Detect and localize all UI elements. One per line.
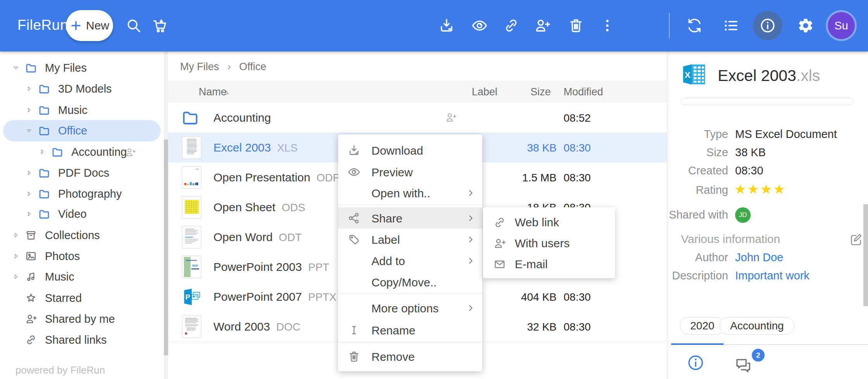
tag-accounting[interactable]: Accounting bbox=[720, 317, 794, 335]
star-icon[interactable]: ★ bbox=[747, 182, 760, 196]
caret-right-icon[interactable] bbox=[25, 106, 33, 114]
field-label-shared-with: Shared with bbox=[658, 208, 728, 221]
link-icon bbox=[25, 334, 37, 346]
file-name: Accounting bbox=[213, 111, 271, 124]
file-thumbnail bbox=[182, 166, 201, 189]
menu-item-rename[interactable]: Rename bbox=[338, 319, 482, 341]
sidebar-tree: My Files 3D Models Music Office Accounti… bbox=[0, 52, 168, 379]
menu-item-download[interactable]: Download bbox=[338, 140, 482, 161]
sidebar-item-music-folder[interactable]: Music bbox=[0, 100, 164, 121]
caret-right-icon[interactable] bbox=[12, 252, 20, 260]
caret-down-icon[interactable] bbox=[25, 126, 33, 135]
svg-text:P: P bbox=[185, 293, 190, 301]
sidebar-item-photos[interactable]: Photos bbox=[0, 246, 164, 267]
sidebar-item-office[interactable]: Office bbox=[0, 120, 164, 141]
sidebar-item-label: Video bbox=[58, 208, 87, 220]
menu-item-add-to[interactable]: Add to bbox=[338, 250, 482, 271]
panel-scrollbar-thumb[interactable] bbox=[863, 204, 868, 306]
chevron-right-icon bbox=[465, 213, 476, 224]
caret-right-icon[interactable] bbox=[12, 231, 20, 239]
caret-right-icon[interactable] bbox=[12, 272, 20, 281]
shared-badge-icon bbox=[445, 111, 457, 124]
sidebar-item-pdf-docs[interactable]: PDF Docs bbox=[0, 162, 164, 183]
app-logo[interactable]: FileRun bbox=[17, 17, 68, 33]
menu-item-share[interactable]: Share bbox=[338, 207, 482, 229]
sidebar-item-shared-by-me[interactable]: Shared by me bbox=[0, 308, 164, 329]
sidebar-item-shared-links[interactable]: Shared links bbox=[0, 329, 164, 350]
new-button[interactable]: New bbox=[66, 10, 113, 41]
tab-info-icon[interactable] bbox=[686, 353, 705, 372]
link-icon bbox=[493, 216, 506, 229]
cart-icon[interactable] bbox=[151, 17, 168, 34]
envelope-icon bbox=[493, 258, 506, 271]
field-label-created: Created bbox=[658, 164, 728, 177]
user-avatar[interactable]: Su bbox=[828, 12, 855, 39]
sidebar-item-video[interactable]: Video bbox=[0, 203, 164, 224]
trash-icon[interactable] bbox=[567, 17, 584, 34]
caret-right-icon[interactable] bbox=[25, 84, 33, 93]
caret-right-icon[interactable] bbox=[25, 210, 33, 218]
preview-eye-icon bbox=[347, 165, 361, 179]
filerun-app-window: FileRun New bbox=[0, 0, 868, 379]
tab-comments-icon[interactable] bbox=[733, 355, 753, 375]
gear-icon[interactable] bbox=[797, 17, 814, 34]
menu-item-label[interactable]: Label bbox=[338, 229, 482, 250]
info-panel-toggle-button[interactable] bbox=[753, 11, 782, 40]
file-size: 404 KB bbox=[496, 291, 557, 303]
caret-right-icon[interactable] bbox=[38, 148, 46, 156]
sidebar-item-my-files[interactable]: My Files bbox=[0, 57, 164, 78]
add-user-icon[interactable] bbox=[534, 17, 551, 34]
menu-item-more-options[interactable]: More options bbox=[338, 297, 482, 319]
caret-down-icon[interactable] bbox=[12, 64, 20, 72]
list-view-icon[interactable] bbox=[722, 17, 739, 34]
edit-pencil-icon[interactable] bbox=[848, 232, 864, 247]
file-extension: ODP bbox=[316, 172, 340, 184]
file-modified: 08:30 bbox=[564, 142, 614, 154]
sidebar-item-starred[interactable]: Starred bbox=[0, 288, 164, 308]
folder-icon bbox=[51, 146, 64, 158]
sidebar-scrollbar-thumb[interactable] bbox=[164, 140, 168, 355]
caret-right-icon[interactable] bbox=[25, 169, 33, 177]
column-header-label[interactable]: Label bbox=[472, 86, 497, 98]
breadcrumb-my-files[interactable]: My Files bbox=[180, 61, 219, 72]
sidebar-item-label: Starred bbox=[45, 292, 82, 304]
field-value-author-link[interactable]: John Doe bbox=[735, 251, 783, 264]
menu-item-copy-move[interactable]: Copy/Move.. bbox=[338, 271, 482, 293]
column-header-size[interactable]: Size bbox=[504, 86, 551, 98]
tag-2020[interactable]: 2020 bbox=[680, 317, 725, 335]
menu-item-remove[interactable]: Remove bbox=[338, 346, 482, 367]
submenu-item-with-users[interactable]: With users bbox=[483, 233, 615, 253]
details-file-title: Excel 2003.xls bbox=[718, 67, 820, 85]
link-icon[interactable] bbox=[503, 17, 520, 34]
sidebar-item-music-library[interactable]: Music bbox=[0, 266, 164, 287]
sidebar-item-accounting[interactable]: Accounting bbox=[0, 141, 164, 162]
field-value-description-link[interactable]: Important work bbox=[735, 269, 810, 282]
menu-item-open-with[interactable]: Open with.. bbox=[338, 182, 482, 203]
menu-item-preview[interactable]: Preview bbox=[338, 161, 482, 183]
submenu-item-email[interactable]: E-mail bbox=[483, 253, 615, 274]
sidebar-item-label: My Files bbox=[45, 62, 87, 74]
rating-stars[interactable]: ★★★★ bbox=[734, 181, 786, 197]
sidebar-item-collections[interactable]: Collections bbox=[0, 225, 164, 246]
shared-user-avatar[interactable]: JD bbox=[735, 207, 751, 223]
table-row-accounting[interactable]: Accounting 08:52 bbox=[168, 103, 667, 133]
column-header-modified[interactable]: Modified bbox=[564, 86, 603, 98]
sidebar-item-3d-models[interactable]: 3D Models bbox=[0, 78, 164, 99]
breadcrumb-office[interactable]: Office bbox=[239, 61, 266, 72]
file-thumbnail bbox=[182, 226, 201, 248]
refresh-icon[interactable] bbox=[686, 17, 703, 34]
submenu-item-web-link[interactable]: Web link bbox=[483, 212, 615, 233]
sidebar-item-photography[interactable]: Photography bbox=[0, 183, 164, 204]
star-icon bbox=[25, 292, 37, 304]
star-icon[interactable]: ★ bbox=[773, 182, 786, 196]
more-dots-icon[interactable] bbox=[599, 17, 616, 34]
star-icon[interactable]: ★ bbox=[734, 182, 747, 196]
sort-ascending-icon[interactable] bbox=[222, 88, 231, 97]
download-icon[interactable] bbox=[438, 17, 455, 34]
star-icon[interactable]: ★ bbox=[760, 182, 773, 196]
search-icon[interactable] bbox=[125, 17, 142, 34]
file-thumbnail bbox=[182, 315, 201, 338]
caret-right-icon[interactable] bbox=[25, 190, 33, 198]
preview-eye-icon[interactable] bbox=[471, 17, 488, 34]
menu-separator bbox=[338, 205, 482, 205]
